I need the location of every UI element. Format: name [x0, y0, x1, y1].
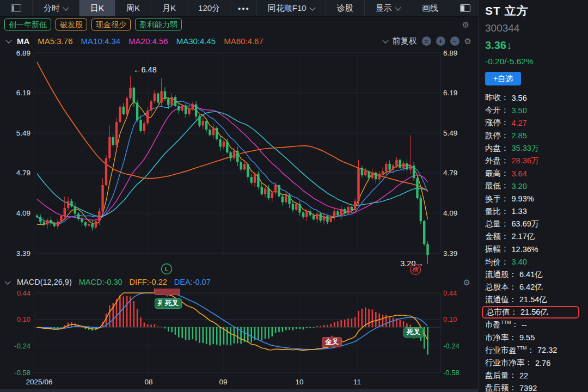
tab-label: •••	[238, 4, 250, 13]
collapse-chevron-icon[interactable]	[5, 37, 11, 43]
stat-value: 6.42亿	[519, 282, 543, 292]
stock-name: ST 立方	[485, 3, 584, 19]
stat-value: 12.36%	[512, 245, 538, 254]
stat-value: 72.32	[537, 346, 557, 354]
stat-row: 最低：3.20	[485, 180, 584, 192]
tab-more[interactable]: •••	[231, 0, 257, 16]
ma-value: MA20:4.56	[128, 36, 168, 46]
stat-value: 2.17亿	[512, 231, 535, 242]
stat-row: 换手：9.93%	[485, 193, 584, 205]
tab-label: 显示	[376, 3, 392, 14]
stat-value: 3.64	[512, 169, 527, 178]
equal-button[interactable]: =	[422, 36, 431, 46]
tab-daily-k[interactable]: 日K	[79, 0, 115, 16]
stat-label: 跌停：	[485, 131, 509, 141]
stat-value: 63.69万	[512, 219, 540, 229]
stat-label: 振幅：	[485, 244, 509, 254]
stat-row: 市盈TTM：--	[485, 318, 584, 331]
ma-value: MA5:3.76	[38, 36, 72, 46]
stat-row: 市净率：9.55	[485, 332, 584, 344]
stat-label: 涨停：	[485, 118, 509, 128]
svg-text:-0.24: -0.24	[14, 342, 30, 350]
macd-value: DIFF:-0.22	[130, 278, 167, 286]
svg-text:0.44: 0.44	[17, 289, 30, 297]
tab-label: 日K	[90, 3, 104, 14]
period-toolbar: 分时日K周K月K120分•••同花顺F10诊股显示画线	[0, 0, 478, 17]
tab-zhengu[interactable]: 诊股	[326, 0, 365, 16]
signal-label: 死叉	[403, 327, 424, 338]
tab-120min[interactable]: 120分	[187, 0, 231, 16]
stock-chart-window: 分时日K周K月K120分•••同花顺F10诊股显示画线 创一年新低破发股现金很少…	[0, 0, 588, 392]
tab-fenshi[interactable]: 分时	[33, 0, 79, 16]
tab-label: 120分	[198, 3, 220, 14]
stat-label: 换手：	[485, 194, 509, 204]
x-axis-label: 08	[144, 378, 152, 386]
stat-row: 流通股：6.41亿	[485, 268, 584, 281]
svg-text:-0.58: -0.58	[443, 369, 460, 377]
panel-left-icon[interactable]	[0, 0, 33, 16]
stat-row: 涨停：4.27	[485, 117, 584, 129]
stat-label: 今开：	[485, 105, 509, 115]
stat-row: 内盘：35.33万	[485, 142, 584, 155]
stat-value: --	[522, 321, 527, 329]
tab-monthly-k[interactable]: 月K	[151, 0, 187, 16]
stock-tag[interactable]: 创一年新低	[4, 19, 51, 30]
add-watchlist-button[interactable]: +自选	[485, 72, 521, 85]
svg-text:6.19: 6.19	[443, 89, 457, 97]
stat-label: 盘后额：	[485, 383, 517, 392]
signal-label: 金叉	[322, 337, 342, 347]
x-axis-label: 2025/06	[26, 378, 53, 386]
stat-row: 总市值：21.56亿	[482, 306, 579, 318]
l-badge: L	[162, 264, 172, 274]
zoom-out-button[interactable]: −	[450, 36, 460, 46]
macd-title: MACD(12,26,9)	[17, 278, 72, 286]
x-axis-label: 11	[353, 378, 361, 386]
stat-row: 流通值：21.54亿	[485, 293, 584, 306]
stat-label: 最低：	[485, 181, 509, 191]
chevron-down-icon	[395, 4, 401, 10]
stat-label: 总量：	[485, 219, 509, 229]
svg-text:5.49: 5.49	[16, 129, 30, 137]
adjust-mode-dropdown[interactable]: 前复权	[393, 36, 417, 46]
tab-weekly-k[interactable]: 周K	[115, 0, 151, 16]
panel-right-icon[interactable]	[449, 0, 481, 16]
stat-label: 流通股：	[485, 270, 517, 280]
svg-text:-0.58: -0.58	[14, 369, 30, 377]
chevron-down-icon[interactable]	[382, 37, 388, 43]
tab-display[interactable]: 显示	[365, 0, 411, 16]
tab-label: 诊股	[337, 3, 353, 14]
stat-label: 行业市盈TTM：	[485, 345, 535, 356]
peak-price: ←6.48	[133, 65, 157, 74]
ma-value: MA30:4.45	[176, 36, 216, 46]
zoom-in-button[interactable]: +	[436, 36, 445, 46]
stock-code: 300344	[485, 22, 584, 34]
panel-right-icon	[460, 4, 470, 12]
stat-row: 盘后量：22	[485, 369, 584, 382]
stat-value: 3.40	[512, 258, 527, 266]
gear-icon[interactable]: ⚙	[463, 278, 470, 286]
stock-tag[interactable]: 破发股	[56, 19, 87, 30]
stock-tag[interactable]: 现金很少	[91, 19, 131, 30]
stat-row: 行业市盈TTM：72.32	[485, 344, 584, 357]
svg-text:0.10: 0.10	[17, 315, 30, 323]
main-candlestick-chart[interactable]: 6.896.896.196.195.495.494.794.794.094.09…	[0, 49, 478, 275]
stock-tag[interactable]: 盈利能力弱	[135, 19, 182, 30]
svg-text:-0.24: -0.24	[443, 342, 460, 350]
tab-drawline[interactable]: 画线	[411, 0, 449, 16]
stat-row: 行业市净率：2.76	[485, 357, 584, 369]
stat-value: 21.56亿	[520, 307, 548, 317]
svg-text:5.49: 5.49	[443, 129, 457, 137]
date-axis: 2025/0608091011	[0, 377, 478, 389]
stat-value: 3.50	[512, 106, 527, 115]
tab-ths-f10[interactable]: 同花顺F10	[257, 0, 326, 16]
stat-label: 均价：	[485, 257, 509, 267]
gear-icon[interactable]: ⚙	[464, 37, 471, 45]
stat-label: 总股本：	[485, 282, 517, 292]
stat-value: 28.36万	[512, 156, 540, 166]
tab-label: 同花顺F10	[268, 3, 307, 14]
stat-row: 盘后额：7392	[485, 382, 584, 392]
tab-label: 周K	[126, 3, 140, 14]
gear-icon[interactable]: ⚙	[462, 21, 469, 29]
collapse-chevron-icon[interactable]	[4, 278, 10, 284]
stat-label: 市净率：	[485, 333, 517, 343]
